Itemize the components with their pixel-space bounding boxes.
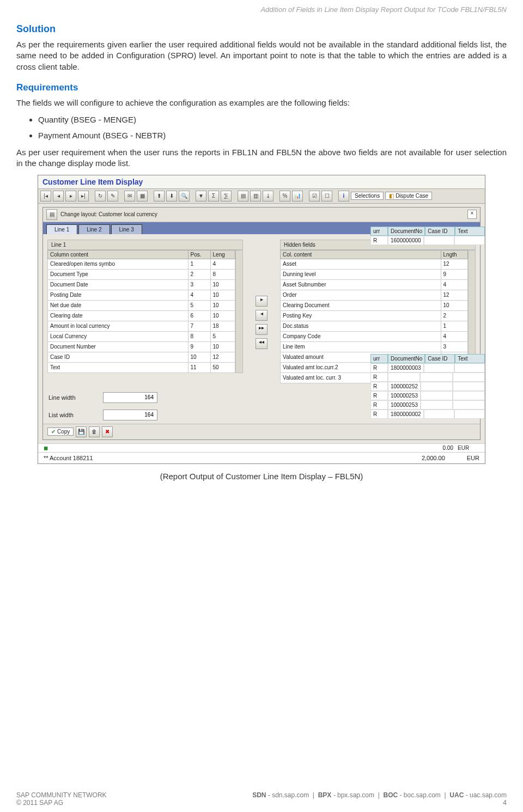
table-row[interactable]: Asset Subnumber4 <box>281 279 468 290</box>
solution-paragraph: As per the requirements given earlier th… <box>16 39 507 72</box>
table-row[interactable]: Posting Key2 <box>281 310 468 321</box>
scrollbar[interactable] <box>235 250 243 373</box>
page-header: Addition of Fields in Line Item Display … <box>16 5 507 14</box>
select-all-icon[interactable]: ☑ <box>309 191 320 202</box>
dialog-bottom-bar: ✔ Copy 💾 🗑 ✖ <box>43 424 480 439</box>
footer-copyright: © 2011 SAP AG <box>16 799 63 807</box>
account-label: ** Account 188211 <box>44 455 93 461</box>
table-row[interactable]: Document Number910 <box>48 341 235 352</box>
mail-icon[interactable]: ✉ <box>124 191 135 202</box>
footer-page: 4 <box>503 799 507 807</box>
col-header: Lngth <box>441 250 467 259</box>
page-footer: SAP COMMUNITY NETWORK SDN - sdn.sap.com … <box>16 791 507 807</box>
deselect-icon[interactable]: ☐ <box>321 191 332 202</box>
dispute-case-button[interactable]: ◧Dispute Case <box>385 192 432 200</box>
table-row[interactable]: Document Type28 <box>48 269 235 279</box>
delete-icon[interactable]: 🗑 <box>89 426 100 437</box>
list-width-label: List width <box>48 412 98 418</box>
requirements-intro: The fields we will configure to achieve … <box>16 97 507 108</box>
table-row[interactable]: Line item3 <box>281 341 468 352</box>
table-row[interactable]: Clearing Document10 <box>281 300 468 310</box>
table-row[interactable]: Document Date310 <box>48 279 235 290</box>
col-header: Leng <box>210 250 235 259</box>
screenshot-caption: (Report Output of Customer Line Item Dis… <box>16 472 507 481</box>
sum-icon[interactable]: Σ <box>208 191 219 202</box>
find-icon[interactable]: 🔍 <box>179 191 190 202</box>
list-width-input[interactable] <box>103 410 157 420</box>
left-panel-caption: Line 1 <box>47 240 243 250</box>
list-item: Quantity (BSEG - MENGE) <box>38 114 507 126</box>
dialog-title: Change layout: Customer local currency <box>60 211 157 217</box>
edit-icon[interactable]: ✎ <box>107 191 118 202</box>
sort-desc-icon[interactable]: ⬇ <box>166 191 177 202</box>
displayed-fields-panel: Line 1 Column content Pos. Leng Cleared/… <box>47 240 243 383</box>
account-currency: EUR <box>467 455 479 461</box>
tab-line3[interactable]: Line 3 <box>111 224 142 234</box>
cancel-icon[interactable]: ✖ <box>102 426 113 437</box>
save-icon[interactable]: 💾 <box>76 426 87 437</box>
table-row[interactable]: Text1150 <box>48 362 235 373</box>
col-header: Column content <box>48 250 188 259</box>
move-left-icon[interactable]: ◂ <box>256 310 267 321</box>
requirements-heading: Requirements <box>16 82 507 93</box>
report-header-row: urr DocumentNo Case ID Text <box>370 354 485 363</box>
table-row[interactable]: Clearing date610 <box>48 310 235 321</box>
account-amount: 2,000.00 <box>422 455 445 461</box>
col-header: Pos. <box>188 250 210 259</box>
table-row[interactable]: Net due date510 <box>48 300 235 310</box>
line-width-label: Line width <box>48 394 98 401</box>
table-row[interactable]: Company Code4 <box>281 331 468 341</box>
table-row[interactable]: Order12 <box>281 290 468 300</box>
table-row[interactable]: Amount in local currency718 <box>48 321 235 331</box>
footer-right: SDN - sdn.sap.com | BPX - bpx.sap.com | … <box>252 791 507 799</box>
grid-icon[interactable]: ▦ <box>137 191 148 202</box>
selections-button[interactable]: Selections <box>351 192 384 200</box>
table-row[interactable]: Doc.status1 <box>281 321 468 331</box>
screen-title: Customer Line Item Display <box>38 175 485 189</box>
mover-buttons: ▸ ◂ ▸▸ ◂◂ <box>255 240 268 383</box>
subtotal-icon[interactable]: ⅀ <box>221 191 232 202</box>
layout-icon[interactable]: ▤ <box>238 191 248 202</box>
layout-select-icon[interactable]: ▤ <box>46 209 57 220</box>
copy-button[interactable]: ✔ Copy <box>47 428 74 436</box>
next-icon[interactable]: ▸ <box>65 191 76 202</box>
table-row[interactable]: Cleared/open items symbo14 <box>48 259 235 269</box>
export-icon[interactable]: ⤓ <box>263 191 273 202</box>
table-row[interactable]: Posting Date410 <box>48 290 235 300</box>
app-toolbar: |◂ ◂ ▸ ▸| ↻ ✎ ✉ ▦ ⬆ ⬇ 🔍 ▼ Σ ⅀ ▤ ▥ ⤓ % 📊 <box>38 189 485 204</box>
graph-icon[interactable]: 📊 <box>292 191 303 202</box>
table-row[interactable]: Case ID1012 <box>48 352 235 362</box>
tab-line1[interactable]: Line 1 <box>46 224 77 234</box>
table-row[interactable]: Dunning level9 <box>281 269 468 279</box>
footer-left: SAP COMMUNITY NETWORK <box>16 791 107 799</box>
requirements-after: As per user requirement when the user ru… <box>16 147 507 169</box>
last-icon[interactable]: ▸| <box>78 191 89 202</box>
move-right-icon[interactable]: ▸ <box>256 296 267 307</box>
account-total-row: ** Account 188211 2,000.00 EUR <box>38 452 485 463</box>
prev-icon[interactable]: ◂ <box>53 191 64 202</box>
refresh-icon[interactable]: ↻ <box>95 191 106 202</box>
table-row[interactable]: Local Currency85 <box>48 331 235 341</box>
layout2-icon[interactable]: ▥ <box>250 191 261 202</box>
line-width-input[interactable] <box>103 392 157 403</box>
list-item: Payment Amount (BSEG - NEBTR) <box>38 130 507 142</box>
sap-screenshot: Customer Line Item Display |◂ ◂ ▸ ▸| ↻ ✎… <box>38 175 485 464</box>
first-icon[interactable]: |◂ <box>40 191 51 202</box>
move-all-left-icon[interactable]: ◂◂ <box>256 338 267 349</box>
solution-heading: Solution <box>16 23 507 35</box>
move-all-right-icon[interactable]: ▸▸ <box>256 324 267 335</box>
percent-icon[interactable]: % <box>279 191 290 202</box>
sort-asc-icon[interactable]: ⬆ <box>154 191 165 202</box>
tab-line2[interactable]: Line 2 <box>78 224 110 234</box>
report-header-row: urr DocumentNo Case ID Text <box>370 227 485 236</box>
displayed-fields-table[interactable]: Column content Pos. Leng Cleared/open it… <box>47 250 235 373</box>
filter-icon[interactable]: ▼ <box>196 191 206 202</box>
info-icon[interactable]: i <box>338 191 349 202</box>
col-header: Col. content <box>281 250 441 259</box>
requirements-list: Quantity (BSEG - MENGE) Payment Amount (… <box>27 114 507 142</box>
close-icon[interactable]: × <box>467 210 477 219</box>
table-row[interactable]: Asset12 <box>281 259 468 269</box>
